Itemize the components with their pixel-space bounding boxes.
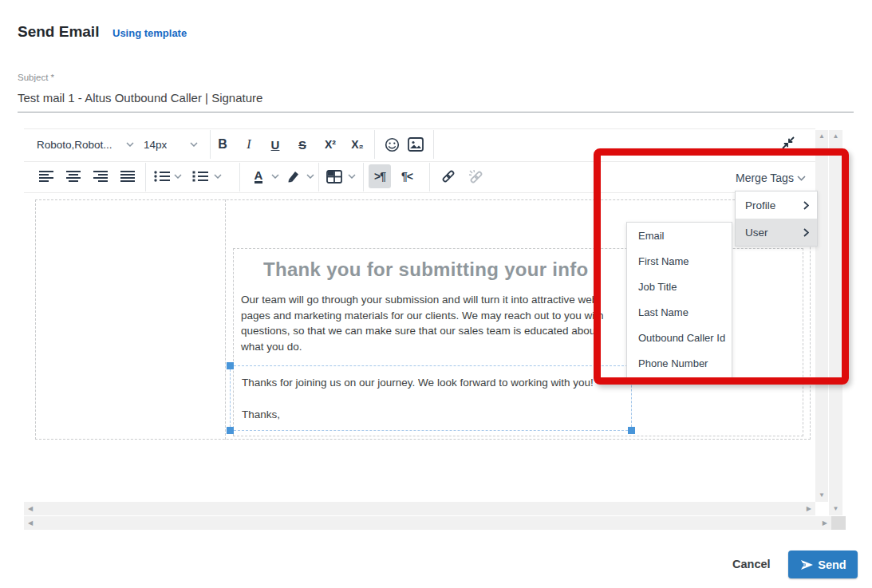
subject-underline — [18, 112, 854, 112]
email-body-column-divider — [225, 199, 226, 440]
bold-button[interactable]: B — [212, 132, 233, 156]
chevron-down-icon — [126, 142, 134, 147]
outer-horizontal-scrollbar[interactable]: ◀ ▶ — [24, 516, 831, 530]
chevron-right-icon — [803, 201, 809, 210]
selected-text-block[interactable]: Thanks for joining us on our journey. We… — [230, 365, 632, 431]
send-plane-icon — [799, 558, 814, 571]
italic-button[interactable]: I — [239, 132, 258, 156]
chevron-down-icon — [797, 176, 806, 181]
toolbar-separator — [429, 163, 430, 191]
chevron-down-icon[interactable] — [212, 164, 223, 188]
email-heading: Thank you for submitting your info — [263, 258, 632, 281]
table-icon[interactable] — [324, 164, 345, 188]
submenu-item-job-title[interactable]: Job Title — [627, 274, 732, 299]
email-paragraph: Our team will go through your submission… — [241, 292, 656, 354]
chevron-right-icon — [803, 228, 809, 237]
font-color-button[interactable]: A — [249, 164, 268, 188]
chevron-down-icon[interactable] — [346, 164, 357, 188]
page-title: Send Email — [18, 23, 99, 41]
font-size-select[interactable]: 14px — [144, 132, 198, 156]
subscript-button[interactable]: X₂ — [345, 132, 370, 156]
scroll-left-icon[interactable]: ◀ — [28, 506, 33, 512]
subject-input[interactable]: Test mail 1 - Altus Outbound Caller | Si… — [18, 91, 262, 105]
highlight-pen-icon[interactable] — [284, 164, 303, 188]
menu-item-profile[interactable]: Profile — [736, 191, 817, 219]
submenu-item-outbound-caller-id[interactable]: Outbound Caller Id — [627, 325, 732, 350]
toolbar-separator — [363, 163, 364, 191]
menu-item-label: User — [745, 227, 768, 239]
font-family-value: Roboto,Robot... — [37, 139, 112, 151]
toolbar-divider — [24, 128, 815, 129]
scroll-down-icon[interactable]: ▼ — [819, 492, 825, 499]
submenu-item-email[interactable]: Email — [627, 223, 732, 248]
chevron-down-icon[interactable] — [270, 164, 281, 188]
paragraph-rtl-button[interactable]: ¶< — [396, 164, 418, 188]
chevron-down-icon — [190, 142, 198, 147]
unlink-icon[interactable] — [464, 164, 488, 188]
align-right-icon[interactable] — [91, 164, 110, 188]
submenu-item-first-name[interactable]: First Name — [627, 248, 732, 274]
insert-image-icon[interactable] — [404, 132, 428, 156]
scroll-left-icon[interactable]: ◀ — [28, 520, 33, 527]
paragraph-ltr-button[interactable]: >¶ — [369, 164, 391, 188]
selection-handle[interactable] — [628, 427, 635, 434]
toolbar-divider — [24, 192, 815, 193]
scroll-right-icon[interactable]: ▶ — [807, 506, 811, 512]
merge-tags-label: Merge Tags — [736, 172, 794, 184]
underline-button[interactable]: U — [265, 132, 286, 156]
toolbar-divider — [24, 161, 815, 162]
toolbar-separator — [374, 130, 375, 159]
toolbar-separator — [210, 130, 211, 159]
chevron-down-icon[interactable] — [305, 164, 316, 188]
using-template-link[interactable]: Using template — [112, 27, 187, 39]
send-label: Send — [818, 558, 846, 571]
editor-vertical-scrollbar[interactable]: ▲ ▼ — [815, 130, 828, 502]
chevron-down-icon[interactable] — [172, 164, 183, 188]
align-center-icon[interactable] — [64, 164, 83, 188]
merge-tags-button[interactable]: Merge Tags — [736, 168, 806, 188]
merge-tags-menu: Profile User — [735, 191, 818, 247]
scroll-right-icon[interactable]: ▶ — [823, 520, 827, 527]
font-color-letter: A — [254, 169, 263, 184]
font-family-select[interactable]: Roboto,Robot... — [37, 132, 134, 156]
user-submenu: Email First Name Job Title Last Name Out… — [626, 222, 732, 378]
scroll-up-icon[interactable]: ▲ — [819, 133, 825, 140]
send-email-dialog: Send Email Using template Subject * Test… — [0, 0, 872, 588]
submenu-item-last-name[interactable]: Last Name — [627, 299, 732, 325]
menu-item-user[interactable]: User — [736, 219, 817, 246]
insert-link-icon[interactable] — [437, 164, 460, 188]
submenu-item-phone-number[interactable]: Phone Number — [627, 350, 732, 376]
bullet-list-icon[interactable] — [153, 164, 171, 188]
selected-text-line2: Thanks, — [242, 408, 280, 420]
superscript-button[interactable]: X² — [318, 132, 343, 156]
selection-handle[interactable] — [227, 362, 234, 369]
align-justify-icon[interactable] — [118, 164, 137, 188]
selection-handle[interactable] — [227, 427, 234, 434]
subject-label: Subject * — [18, 73, 54, 82]
editor-horizontal-scrollbar[interactable]: ◀ ▶ — [24, 502, 815, 515]
scrollbar-corner — [831, 516, 846, 530]
toolbar-separator — [145, 163, 146, 191]
compress-icon[interactable] — [780, 135, 796, 151]
align-left-icon[interactable] — [37, 164, 56, 188]
toolbar-separator — [433, 130, 434, 159]
emoji-icon[interactable] — [380, 132, 404, 156]
font-size-value: 14px — [144, 139, 167, 151]
scroll-down-icon[interactable]: ▼ — [833, 506, 839, 512]
menu-item-label: Profile — [745, 199, 775, 211]
toolbar-separator — [318, 163, 319, 191]
outer-vertical-scrollbar[interactable]: ▲ ▼ — [829, 130, 842, 515]
scroll-up-icon[interactable]: ▲ — [833, 133, 839, 140]
selected-text-line1: Thanks for joining us on our journey. We… — [242, 377, 720, 389]
toolbar-separator — [239, 163, 240, 191]
strikethrough-button[interactable]: S — [292, 132, 313, 156]
numbered-list-icon[interactable] — [191, 164, 209, 188]
send-button[interactable]: Send — [788, 551, 858, 578]
cancel-button[interactable]: Cancel — [732, 558, 771, 570]
